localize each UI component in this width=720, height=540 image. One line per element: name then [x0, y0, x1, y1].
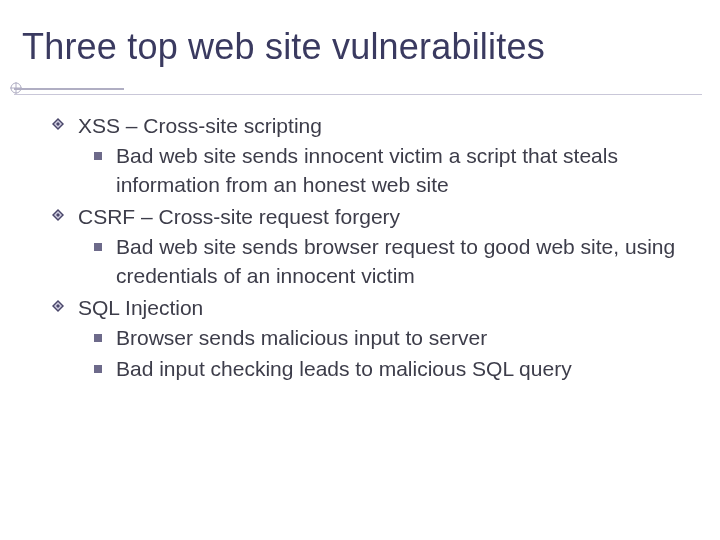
slide-title: Three top web site vulnerabilites [22, 26, 700, 68]
list-item: XSS – Cross-site scripting Bad web site … [78, 112, 680, 199]
list-item-label: CSRF – Cross-site request forgery [78, 203, 680, 231]
list-subitem: Bad web site sends innocent victim a scr… [116, 142, 680, 199]
title-underline [0, 82, 720, 98]
list-subitem-label: Bad web site sends browser request to go… [116, 233, 680, 290]
list-item-label: SQL Injection [78, 294, 680, 322]
diamond-bullet-icon [52, 209, 64, 221]
list-subitem-label: Bad web site sends innocent victim a scr… [116, 142, 680, 199]
list-item: SQL Injection Browser sends malicious in… [78, 294, 680, 383]
list-subitem: Bad web site sends browser request to go… [116, 233, 680, 290]
underline-thin [14, 94, 702, 95]
square-bullet-icon [94, 243, 102, 251]
list-subitem: Browser sends malicious input to server [116, 324, 680, 352]
list-item: CSRF – Cross-site request forgery Bad we… [78, 203, 680, 290]
square-bullet-icon [94, 152, 102, 160]
list-item-label: XSS – Cross-site scripting [78, 112, 680, 140]
square-bullet-icon [94, 334, 102, 342]
diamond-bullet-icon [52, 118, 64, 130]
underline-thick [14, 88, 124, 90]
list-subitem: Bad input checking leads to malicious SQ… [116, 355, 680, 383]
diamond-bullet-icon [52, 300, 64, 312]
square-bullet-icon [94, 365, 102, 373]
slide: Three top web site vulnerabilites XSS – … [0, 0, 720, 540]
list-subitem-label: Bad input checking leads to malicious SQ… [116, 355, 680, 383]
list-subitem-label: Browser sends malicious input to server [116, 324, 680, 352]
slide-body: XSS – Cross-site scripting Bad web site … [78, 108, 680, 387]
